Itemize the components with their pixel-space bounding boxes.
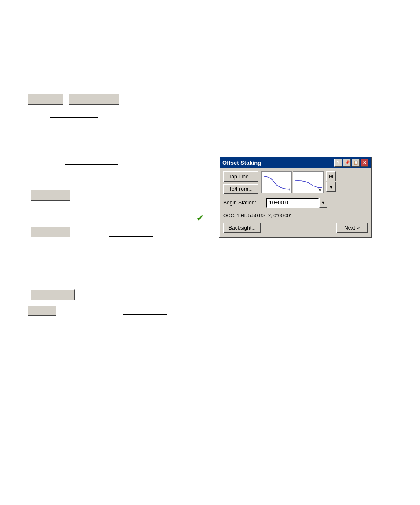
h-curve-box: H: [261, 171, 292, 193]
next-button[interactable]: Next >: [336, 223, 368, 233]
begin-station-input[interactable]: [266, 198, 319, 208]
close-icon: ✕: [363, 160, 366, 165]
copy-icon: 📋: [354, 160, 358, 165]
right-controls: ⊞ ▼: [326, 171, 336, 192]
line-buttons: Tap Line... To/From...: [223, 171, 258, 194]
bg-button-2[interactable]: [69, 94, 119, 105]
green-check-icon: ✔: [196, 213, 204, 223]
pin-icon-btn[interactable]: 📌: [343, 159, 351, 167]
expand-button[interactable]: ⊞: [326, 171, 336, 181]
dialog-footer: Backsight... Next >: [223, 223, 368, 233]
pin-icon: 📌: [345, 160, 350, 165]
begin-station-row: Begin Station: ▼: [223, 198, 368, 208]
help-icon: ?: [337, 160, 339, 165]
bg-button-3[interactable]: [31, 189, 70, 201]
dialog-title: Offset Staking: [222, 160, 334, 166]
bg-underline-1: [50, 111, 98, 118]
bg-underline-2: [65, 159, 118, 165]
offset-staking-dialog: Offset Staking ? 📌 📋 ✕ Tap Line... To/Fr…: [219, 156, 372, 238]
top-controls-row: Tap Line... To/From... H V: [223, 171, 368, 194]
copy-icon-btn[interactable]: 📋: [352, 159, 360, 167]
v-curve-label: V: [318, 187, 321, 192]
tap-line-button[interactable]: Tap Line...: [223, 171, 258, 182]
bg-underline-4: [118, 291, 171, 297]
station-input-wrap: ▼: [266, 198, 327, 208]
title-icon-group: ? 📌 📋 ✕: [334, 159, 368, 167]
curve-area: H V: [261, 171, 324, 193]
bg-underline-3: [109, 230, 153, 237]
bg-button-1[interactable]: [28, 94, 63, 105]
backsight-button[interactable]: Backsight...: [223, 223, 261, 233]
curve-dropdown-button[interactable]: ▼: [326, 182, 336, 192]
close-button[interactable]: ✕: [361, 159, 368, 167]
bg-button-6[interactable]: [28, 305, 56, 316]
help-icon-btn[interactable]: ?: [334, 159, 342, 167]
v-curve-box: V: [293, 171, 324, 193]
occ-info-row: OCC: 1 HI: 5.50 BS: 2, 0°00'00": [223, 211, 368, 220]
bg-underline-5: [123, 308, 167, 315]
begin-station-label: Begin Station:: [223, 200, 263, 206]
bg-button-4[interactable]: [31, 226, 70, 237]
station-dropdown-button[interactable]: ▼: [319, 198, 327, 208]
dialog-body: Tap Line... To/From... H V: [220, 168, 371, 237]
h-curve-label: H: [287, 187, 290, 192]
dialog-titlebar: Offset Staking ? 📌 📋 ✕: [220, 157, 371, 168]
bg-button-5[interactable]: [31, 289, 75, 300]
to-from-button[interactable]: To/From...: [223, 184, 258, 194]
